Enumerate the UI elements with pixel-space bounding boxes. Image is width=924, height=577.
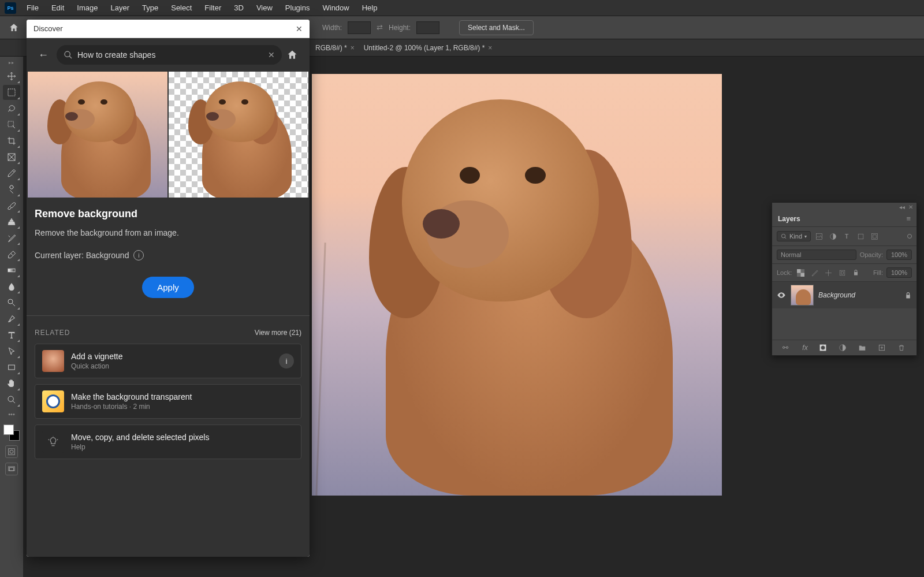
filter-kind-dropdown[interactable]: Kind ▾ xyxy=(777,231,811,241)
back-arrow-icon[interactable]: ← xyxy=(35,47,52,64)
lock-artboard-icon[interactable] xyxy=(837,267,847,278)
brush-tool[interactable] xyxy=(3,198,20,213)
eyedropper-tool[interactable] xyxy=(3,166,20,181)
layer-mask-icon[interactable] xyxy=(819,344,830,352)
swap-dimensions-icon[interactable]: ⇄ xyxy=(377,23,383,32)
width-input[interactable] xyxy=(348,21,371,34)
toolbar-grip[interactable]: ▸▸ xyxy=(9,60,14,65)
zoom-tool[interactable] xyxy=(3,392,20,407)
clone-stamp-tool[interactable] xyxy=(3,214,20,229)
adjustment-layer-icon[interactable] xyxy=(839,344,850,352)
blend-mode-dropdown[interactable]: Normal xyxy=(777,250,856,260)
path-selection-tool[interactable] xyxy=(3,344,20,359)
dodge-tool[interactable] xyxy=(3,295,20,310)
opacity-input[interactable]: 100% xyxy=(886,250,912,260)
related-item-title: Add a vignette xyxy=(71,352,272,361)
move-tool[interactable] xyxy=(3,69,20,84)
hand-tool[interactable] xyxy=(3,376,20,391)
layer-style-icon[interactable]: fx xyxy=(799,344,811,352)
menu-3d[interactable]: 3D xyxy=(228,1,249,14)
delete-layer-icon[interactable] xyxy=(897,344,909,352)
lock-image-icon[interactable] xyxy=(809,267,819,278)
close-icon[interactable]: ✕ xyxy=(296,24,303,33)
document-canvas[interactable] xyxy=(312,74,722,496)
search-input[interactable] xyxy=(77,50,263,59)
clear-search-icon[interactable]: ✕ xyxy=(268,50,275,59)
info-icon[interactable]: i xyxy=(279,353,294,368)
related-item[interactable]: Make the background transparent Hands-on… xyxy=(35,384,301,419)
fill-input[interactable]: 100% xyxy=(886,267,912,278)
marquee-tool[interactable] xyxy=(3,85,20,100)
filter-pixel-icon[interactable] xyxy=(813,230,825,242)
quick-selection-tool[interactable] xyxy=(3,117,20,132)
home-button[interactable] xyxy=(6,20,22,36)
filter-smart-icon[interactable] xyxy=(869,230,880,242)
preview-after xyxy=(169,72,308,198)
view-more-link[interactable]: View more (21) xyxy=(255,329,301,337)
lock-transparency-icon[interactable] xyxy=(795,267,806,278)
healing-brush-tool[interactable] xyxy=(3,182,20,197)
eraser-tool[interactable] xyxy=(3,247,20,262)
visibility-toggle-icon[interactable] xyxy=(777,291,786,300)
collapse-icon[interactable]: ◂◂ xyxy=(899,204,905,210)
layers-tab[interactable]: Layers xyxy=(778,215,800,223)
fill-label: Fill: xyxy=(873,269,883,276)
close-tab-icon[interactable]: × xyxy=(488,44,492,52)
type-tool[interactable] xyxy=(3,327,20,343)
layer-row[interactable]: Background xyxy=(772,282,916,308)
filter-shape-icon[interactable] xyxy=(855,230,866,242)
filter-toggle[interactable] xyxy=(907,234,912,239)
related-thumbnail xyxy=(42,431,64,453)
close-panel-icon[interactable]: ✕ xyxy=(908,204,913,210)
lasso-tool[interactable] xyxy=(3,101,20,116)
related-item-title: Make the background transparent xyxy=(71,392,294,401)
related-item[interactable]: Add a vignette Quick action i xyxy=(35,344,301,378)
search-box[interactable]: ✕ xyxy=(57,45,282,65)
screen-mode-toggle[interactable] xyxy=(5,463,18,475)
svg-point-5 xyxy=(8,299,13,304)
svg-rect-0 xyxy=(8,89,15,96)
menu-edit[interactable]: Edit xyxy=(46,1,70,14)
link-layers-icon[interactable]: ⚯ xyxy=(780,344,791,352)
lock-all-icon[interactable] xyxy=(851,267,861,278)
svg-point-12 xyxy=(65,51,70,57)
quick-mask-toggle[interactable] xyxy=(5,445,18,458)
menu-window[interactable]: Window xyxy=(316,1,355,14)
rectangle-tool[interactable] xyxy=(3,360,20,375)
lock-icon[interactable] xyxy=(904,292,912,299)
history-brush-tool[interactable] xyxy=(3,230,20,245)
pen-tool[interactable] xyxy=(3,311,20,326)
lock-position-icon[interactable] xyxy=(823,267,833,278)
discover-home-icon[interactable] xyxy=(286,49,301,61)
edit-toolbar-icon[interactable]: ••• xyxy=(8,411,15,418)
menu-layer[interactable]: Layer xyxy=(105,1,136,14)
menu-image[interactable]: Image xyxy=(71,1,103,14)
frame-tool[interactable] xyxy=(3,150,20,165)
menu-select[interactable]: Select xyxy=(165,1,198,14)
document-tab[interactable]: Untitled-2 @ 100% (Layer 1, RGB/8#) * × xyxy=(360,42,496,54)
layer-name[interactable]: Background xyxy=(818,291,900,299)
menu-help[interactable]: Help xyxy=(356,1,383,14)
close-tab-icon[interactable]: × xyxy=(351,44,355,52)
height-input[interactable] xyxy=(416,21,439,34)
crop-tool[interactable] xyxy=(3,133,20,148)
menu-view[interactable]: View xyxy=(251,1,278,14)
menu-file[interactable]: File xyxy=(21,1,44,14)
related-item[interactable]: Move, copy, and delete selected pixels H… xyxy=(35,425,301,459)
document-tab[interactable]: RGB/8#) * × xyxy=(312,42,358,54)
apply-button[interactable]: Apply xyxy=(142,277,194,298)
info-icon[interactable]: i xyxy=(133,250,144,260)
panel-menu-icon[interactable]: ≡ xyxy=(906,214,911,223)
gradient-tool[interactable] xyxy=(3,263,20,278)
color-swatches[interactable] xyxy=(3,425,20,441)
filter-adjustment-icon[interactable] xyxy=(827,230,839,242)
new-layer-icon[interactable] xyxy=(878,344,889,352)
menu-type[interactable]: Type xyxy=(136,1,164,14)
menu-plugins[interactable]: Plugins xyxy=(280,1,316,14)
svg-point-9 xyxy=(10,450,13,453)
blur-tool[interactable] xyxy=(3,279,20,294)
menu-filter[interactable]: Filter xyxy=(199,1,227,14)
select-and-mask-button[interactable]: Select and Mask... xyxy=(459,20,534,35)
filter-type-icon[interactable]: T xyxy=(841,230,852,242)
group-icon[interactable] xyxy=(858,344,870,352)
